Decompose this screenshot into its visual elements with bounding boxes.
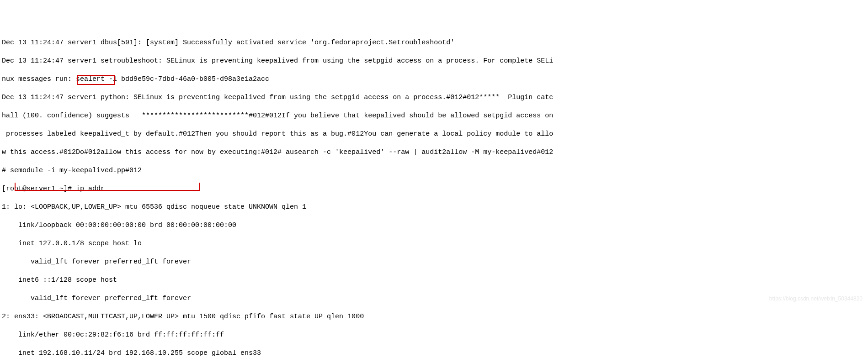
shell-prompt[interactable]: [root@server1 ~]# ip addr (2, 184, 866, 194)
output-line: 1: lo: <LOOPBACK,UP,LOWER_UP> mtu 65536 … (2, 203, 866, 212)
log-line: w this access.#012Do#012allow this acces… (2, 148, 866, 157)
log-line: Dec 13 11:24:47 server1 setroubleshoot: … (2, 57, 866, 66)
log-line: Dec 13 11:24:47 server1 python: SELinux … (2, 93, 866, 102)
prompt-prefix: [root@server1 ~]# (2, 185, 76, 193)
output-line: inet6 ::1/128 scope host (2, 276, 866, 285)
output-line: inet 192.168.10.11/24 brd 192.168.10.255… (2, 349, 866, 358)
output-line: inet 127.0.0.1/8 scope host lo (2, 239, 866, 248)
log-line: hall (100. confidence) suggests ********… (2, 111, 866, 121)
watermark: https://blog.csdn.net/weixin_50344820 (769, 294, 863, 303)
log-line: # semodule -i my-keepalived.pp#012 (2, 166, 866, 175)
output-line: valid_lft forever preferred_lft forever (2, 294, 866, 303)
log-line: nux messages run: sealert -l bdd9e59c-7d… (2, 75, 866, 84)
output-line: 2: ens33: <BROADCAST,MULTICAST,UP,LOWER_… (2, 312, 866, 321)
log-line: Dec 13 11:24:47 server1 dbus[591]: [syst… (2, 38, 866, 47)
output-line: valid_lft forever preferred_lft forever (2, 258, 866, 267)
log-line: processes labeled keepalived_t by defaul… (2, 130, 866, 139)
output-line: link/loopback 00:00:00:00:00:00 brd 00:0… (2, 221, 866, 230)
output-line: link/ether 00:0c:29:82:f6:16 brd ff:ff:f… (2, 331, 866, 340)
command-ip-addr: ip addr (76, 185, 105, 193)
